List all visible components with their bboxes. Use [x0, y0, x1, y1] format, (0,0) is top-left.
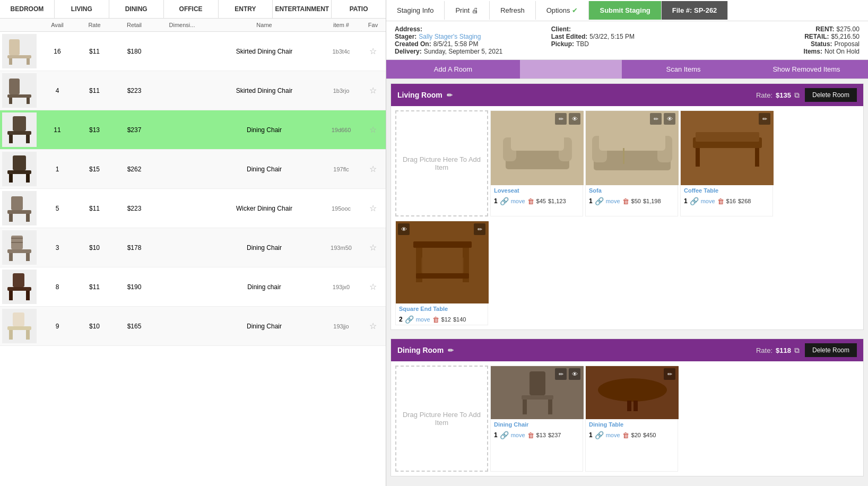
- item-row[interactable]: 4 $11 $223 Skirted Dining Chair 1b3rjo ☆: [0, 71, 386, 110]
- sofa-actions: 1 🔗 move 🗑 $50 $1,198: [586, 196, 678, 206]
- item-row[interactable]: 16 $11 $180 Skirted Dining Chair 1b3t4c …: [0, 32, 386, 71]
- svg-rect-52: [530, 371, 545, 395]
- dining-chair-eye-icon[interactable]: 👁: [569, 368, 580, 380]
- svg-rect-32: [9, 330, 13, 340]
- add-room-button[interactable]: Add A Room: [386, 60, 520, 79]
- scan-items-button[interactable]: Scan Items: [622, 60, 745, 79]
- tab-living[interactable]: LIVING: [55, 0, 109, 18]
- dining-table-delete-icon[interactable]: 🗑: [622, 431, 629, 439]
- svg-rect-23: [7, 249, 31, 253]
- coffee-table-move[interactable]: move: [701, 198, 715, 204]
- coffee-table-delete-icon[interactable]: 🗑: [717, 197, 724, 205]
- print-tab[interactable]: Print 🖨: [445, 1, 490, 20]
- dining-chair-name[interactable]: Dining Chair: [494, 421, 579, 428]
- end-table-move[interactable]: move: [416, 316, 430, 323]
- coffee-table-edit-icon[interactable]: ✏: [759, 113, 770, 125]
- item-row[interactable]: 11 $13 $237 Dining Chair 19d660 ☆: [0, 110, 386, 150]
- svg-rect-6: [9, 98, 12, 104]
- dining-copy-icon[interactable]: ⧉: [794, 346, 800, 355]
- loveseat-eye-icon[interactable]: 👁: [569, 113, 580, 125]
- loveseat-edit-icon[interactable]: ✏: [555, 113, 567, 125]
- svg-rect-57: [627, 401, 631, 411]
- refresh-tab[interactable]: Refresh: [490, 1, 536, 20]
- item-row[interactable]: 8 $11 $190 Dining chair 193jx0 ☆: [0, 267, 386, 307]
- drag-placeholder-dining[interactable]: Drag Picture Here To Add Item: [395, 366, 488, 472]
- copy-icon[interactable]: ⧉: [794, 91, 800, 100]
- loveseat-link-icon: 🔗: [500, 197, 509, 205]
- svg-rect-50: [416, 273, 469, 279]
- end-table-name[interactable]: Square End Table: [399, 306, 484, 312]
- end-table-edit-icon[interactable]: ✏: [474, 223, 485, 235]
- end-table-eye-icon[interactable]: 👁: [398, 223, 410, 235]
- options-tab[interactable]: Options ✔: [536, 1, 589, 20]
- item-favorite[interactable]: ☆: [362, 242, 384, 253]
- item-favorite[interactable]: ☆: [362, 125, 384, 135]
- drag-placeholder-living[interactable]: Drag Picture Here To Add Item: [395, 110, 488, 216]
- stager-label: Stager:: [395, 33, 416, 40]
- tab-entertainment[interactable]: ENTERTAINMENT: [273, 0, 332, 18]
- sofa-delete-icon[interactable]: 🗑: [622, 197, 629, 205]
- last-edited-label: Last Edited:: [551, 33, 588, 40]
- sofa-edit-icon[interactable]: ✏: [650, 113, 662, 125]
- created-label: Created On:: [395, 40, 431, 48]
- item-retail: $262: [113, 166, 155, 173]
- dining-table-edit-icon[interactable]: ✏: [664, 368, 675, 380]
- sofa-top-right-icons: ✏ 👁: [650, 113, 675, 125]
- dining-chair-link-icon: 🔗: [500, 431, 509, 439]
- item-favorite[interactable]: ☆: [362, 321, 384, 331]
- dining-room-rate-value: $118: [776, 346, 791, 354]
- item-name: Skirted Dining Chair: [209, 87, 320, 94]
- dining-chair-delete-icon[interactable]: 🗑: [527, 431, 534, 439]
- svg-rect-4: [9, 79, 20, 94]
- dining-room-edit-icon[interactable]: ✏: [448, 346, 454, 354]
- sofa-move[interactable]: move: [606, 198, 620, 204]
- file-tab[interactable]: File #: SP-262: [662, 1, 728, 20]
- left-panel: BEDROOM LIVING DINING OFFICE ENTRY ENTER…: [0, 0, 386, 486]
- sofa-card: ✏ 👁 Sofa 1 🔗 move 🗑 $50 $1,198: [585, 110, 678, 216]
- svg-rect-55: [548, 400, 552, 414]
- item-avail: 4: [39, 87, 76, 94]
- item-row[interactable]: 9 $10 $165 Dining Chair 193jjo ☆: [0, 307, 386, 346]
- end-table-section: ✏ 👁 Square End Table 2 🔗 move 🗑 $12: [391, 221, 863, 329]
- item-number: 193m50: [320, 245, 362, 251]
- item-row[interactable]: 5 $11 $223 Wicker Dining Chair 195ooc ☆: [0, 189, 386, 228]
- right-panel: Staging Info Print 🖨 Refresh Options ✔ S…: [386, 0, 868, 486]
- loveseat-name[interactable]: Loveseat: [494, 187, 579, 194]
- item-favorite[interactable]: ☆: [362, 203, 384, 213]
- coffee-table-actions: 1 🔗 move 🗑 $16 $268: [681, 196, 772, 206]
- item-row[interactable]: 1 $15 $262 Dining Chair 197flc ☆: [0, 150, 386, 189]
- tab-bedroom[interactable]: BEDROOM: [0, 0, 55, 18]
- item-favorite[interactable]: ☆: [362, 46, 384, 56]
- dining-chair-edit-icon[interactable]: ✏: [555, 368, 567, 380]
- col-header-rate[interactable]: Rate: [76, 22, 113, 28]
- item-favorite[interactable]: ☆: [362, 164, 384, 174]
- item-avail: 9: [39, 323, 76, 330]
- dining-chair-move[interactable]: move: [511, 432, 525, 438]
- sofa-info: Sofa: [586, 185, 678, 196]
- delete-dining-room-button[interactable]: Delete Room: [805, 343, 857, 357]
- item-number: 193jjo: [320, 323, 362, 329]
- delete-living-room-button[interactable]: Delete Room: [805, 88, 857, 102]
- sofa-eye-icon[interactable]: 👁: [664, 113, 675, 125]
- living-room-edit-icon[interactable]: ✏: [447, 91, 453, 99]
- dining-table-actions: 1 🔗 move 🗑 $20 $450: [586, 430, 678, 440]
- tab-patio[interactable]: PATIO: [332, 0, 386, 18]
- loveseat-move[interactable]: move: [511, 198, 525, 204]
- tab-entry[interactable]: ENTRY: [219, 0, 273, 18]
- coffee-table-name[interactable]: Coffee Table: [684, 187, 769, 194]
- svg-rect-18: [9, 214, 13, 222]
- loveseat-delete-icon[interactable]: 🗑: [527, 197, 534, 205]
- dining-table-name[interactable]: Dining Table: [589, 421, 674, 428]
- top-bar: Staging Info Print 🖨 Refresh Options ✔ S…: [386, 0, 868, 21]
- sofa-name[interactable]: Sofa: [589, 187, 674, 194]
- submit-tab[interactable]: Submit Staging: [589, 1, 661, 20]
- item-favorite[interactable]: ☆: [362, 85, 384, 96]
- item-row[interactable]: 3 $10 $178 Dining Chair 193m50 ☆: [0, 228, 386, 267]
- tab-dining[interactable]: DINING: [109, 0, 164, 18]
- end-table-delete-icon[interactable]: 🗑: [432, 316, 439, 324]
- dining-table-move[interactable]: move: [606, 432, 620, 438]
- staging-info-tab[interactable]: Staging Info: [386, 1, 445, 20]
- show-removed-button[interactable]: Show Removed Items: [745, 60, 868, 79]
- item-favorite[interactable]: ☆: [362, 282, 384, 292]
- tab-office[interactable]: OFFICE: [164, 0, 219, 18]
